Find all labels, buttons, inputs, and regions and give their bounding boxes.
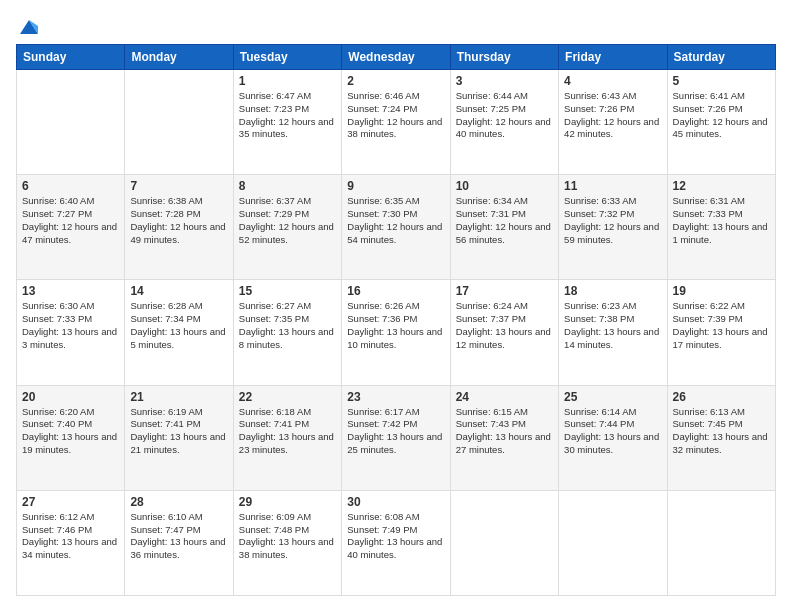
sunrise-text: Sunrise: 6:40 AM [22, 195, 94, 206]
sunset-text: Sunset: 7:26 PM [564, 103, 634, 114]
cell-content: Sunrise: 6:18 AMSunset: 7:41 PMDaylight:… [239, 406, 336, 457]
day-header-monday: Monday [125, 45, 233, 70]
daylight-text: Daylight: 12 hours and 54 minutes. [347, 221, 442, 245]
sunset-text: Sunset: 7:26 PM [673, 103, 743, 114]
sunrise-text: Sunrise: 6:14 AM [564, 406, 636, 417]
calendar-cell [125, 70, 233, 175]
day-number: 13 [22, 284, 119, 298]
calendar-cell: 14Sunrise: 6:28 AMSunset: 7:34 PMDayligh… [125, 280, 233, 385]
calendar-cell: 15Sunrise: 6:27 AMSunset: 7:35 PMDayligh… [233, 280, 341, 385]
calendar-cell: 16Sunrise: 6:26 AMSunset: 7:36 PMDayligh… [342, 280, 450, 385]
sunset-text: Sunset: 7:44 PM [564, 418, 634, 429]
sunrise-text: Sunrise: 6:18 AM [239, 406, 311, 417]
cell-content: Sunrise: 6:38 AMSunset: 7:28 PMDaylight:… [130, 195, 227, 246]
calendar-cell: 27Sunrise: 6:12 AMSunset: 7:46 PMDayligh… [17, 490, 125, 595]
daylight-text: Daylight: 13 hours and 40 minutes. [347, 536, 442, 560]
calendar-week-row: 1Sunrise: 6:47 AMSunset: 7:23 PMDaylight… [17, 70, 776, 175]
calendar-cell: 26Sunrise: 6:13 AMSunset: 7:45 PMDayligh… [667, 385, 775, 490]
calendar-cell: 30Sunrise: 6:08 AMSunset: 7:49 PMDayligh… [342, 490, 450, 595]
calendar-cell [17, 70, 125, 175]
calendar-cell: 22Sunrise: 6:18 AMSunset: 7:41 PMDayligh… [233, 385, 341, 490]
calendar-cell: 17Sunrise: 6:24 AMSunset: 7:37 PMDayligh… [450, 280, 558, 385]
day-number: 5 [673, 74, 770, 88]
daylight-text: Daylight: 13 hours and 23 minutes. [239, 431, 334, 455]
sunrise-text: Sunrise: 6:28 AM [130, 300, 202, 311]
daylight-text: Daylight: 13 hours and 5 minutes. [130, 326, 225, 350]
cell-content: Sunrise: 6:33 AMSunset: 7:32 PMDaylight:… [564, 195, 661, 246]
daylight-text: Daylight: 12 hours and 49 minutes. [130, 221, 225, 245]
sunrise-text: Sunrise: 6:12 AM [22, 511, 94, 522]
day-header-wednesday: Wednesday [342, 45, 450, 70]
day-number: 30 [347, 495, 444, 509]
cell-content: Sunrise: 6:26 AMSunset: 7:36 PMDaylight:… [347, 300, 444, 351]
sunrise-text: Sunrise: 6:08 AM [347, 511, 419, 522]
day-header-saturday: Saturday [667, 45, 775, 70]
cell-content: Sunrise: 6:34 AMSunset: 7:31 PMDaylight:… [456, 195, 553, 246]
cell-content: Sunrise: 6:47 AMSunset: 7:23 PMDaylight:… [239, 90, 336, 141]
calendar-cell: 29Sunrise: 6:09 AMSunset: 7:48 PMDayligh… [233, 490, 341, 595]
sunset-text: Sunset: 7:49 PM [347, 524, 417, 535]
calendar-cell: 19Sunrise: 6:22 AMSunset: 7:39 PMDayligh… [667, 280, 775, 385]
calendar-week-row: 13Sunrise: 6:30 AMSunset: 7:33 PMDayligh… [17, 280, 776, 385]
sunrise-text: Sunrise: 6:19 AM [130, 406, 202, 417]
sunset-text: Sunset: 7:27 PM [22, 208, 92, 219]
day-number: 9 [347, 179, 444, 193]
sunset-text: Sunset: 7:45 PM [673, 418, 743, 429]
calendar-cell: 8Sunrise: 6:37 AMSunset: 7:29 PMDaylight… [233, 175, 341, 280]
sunrise-text: Sunrise: 6:46 AM [347, 90, 419, 101]
day-number: 12 [673, 179, 770, 193]
header [16, 16, 776, 34]
daylight-text: Daylight: 13 hours and 32 minutes. [673, 431, 768, 455]
calendar-week-row: 27Sunrise: 6:12 AMSunset: 7:46 PMDayligh… [17, 490, 776, 595]
day-number: 17 [456, 284, 553, 298]
cell-content: Sunrise: 6:24 AMSunset: 7:37 PMDaylight:… [456, 300, 553, 351]
sunset-text: Sunset: 7:24 PM [347, 103, 417, 114]
day-number: 20 [22, 390, 119, 404]
calendar-cell: 12Sunrise: 6:31 AMSunset: 7:33 PMDayligh… [667, 175, 775, 280]
cell-content: Sunrise: 6:40 AMSunset: 7:27 PMDaylight:… [22, 195, 119, 246]
sunrise-text: Sunrise: 6:43 AM [564, 90, 636, 101]
day-number: 4 [564, 74, 661, 88]
day-number: 24 [456, 390, 553, 404]
daylight-text: Daylight: 12 hours and 52 minutes. [239, 221, 334, 245]
day-header-thursday: Thursday [450, 45, 558, 70]
daylight-text: Daylight: 12 hours and 59 minutes. [564, 221, 659, 245]
daylight-text: Daylight: 13 hours and 38 minutes. [239, 536, 334, 560]
cell-content: Sunrise: 6:41 AMSunset: 7:26 PMDaylight:… [673, 90, 770, 141]
sunrise-text: Sunrise: 6:31 AM [673, 195, 745, 206]
sunset-text: Sunset: 7:41 PM [239, 418, 309, 429]
cell-content: Sunrise: 6:19 AMSunset: 7:41 PMDaylight:… [130, 406, 227, 457]
cell-content: Sunrise: 6:09 AMSunset: 7:48 PMDaylight:… [239, 511, 336, 562]
cell-content: Sunrise: 6:22 AMSunset: 7:39 PMDaylight:… [673, 300, 770, 351]
cell-content: Sunrise: 6:15 AMSunset: 7:43 PMDaylight:… [456, 406, 553, 457]
cell-content: Sunrise: 6:12 AMSunset: 7:46 PMDaylight:… [22, 511, 119, 562]
sunset-text: Sunset: 7:25 PM [456, 103, 526, 114]
cell-content: Sunrise: 6:27 AMSunset: 7:35 PMDaylight:… [239, 300, 336, 351]
calendar-cell: 28Sunrise: 6:10 AMSunset: 7:47 PMDayligh… [125, 490, 233, 595]
daylight-text: Daylight: 12 hours and 45 minutes. [673, 116, 768, 140]
daylight-text: Daylight: 12 hours and 56 minutes. [456, 221, 551, 245]
cell-content: Sunrise: 6:44 AMSunset: 7:25 PMDaylight:… [456, 90, 553, 141]
cell-content: Sunrise: 6:17 AMSunset: 7:42 PMDaylight:… [347, 406, 444, 457]
daylight-text: Daylight: 13 hours and 1 minute. [673, 221, 768, 245]
sunrise-text: Sunrise: 6:38 AM [130, 195, 202, 206]
daylight-text: Daylight: 12 hours and 35 minutes. [239, 116, 334, 140]
sunset-text: Sunset: 7:34 PM [130, 313, 200, 324]
sunset-text: Sunset: 7:35 PM [239, 313, 309, 324]
cell-content: Sunrise: 6:35 AMSunset: 7:30 PMDaylight:… [347, 195, 444, 246]
logo [16, 16, 42, 34]
day-number: 2 [347, 74, 444, 88]
calendar-cell: 24Sunrise: 6:15 AMSunset: 7:43 PMDayligh… [450, 385, 558, 490]
day-number: 19 [673, 284, 770, 298]
daylight-text: Daylight: 13 hours and 14 minutes. [564, 326, 659, 350]
sunrise-text: Sunrise: 6:10 AM [130, 511, 202, 522]
calendar-cell: 2Sunrise: 6:46 AMSunset: 7:24 PMDaylight… [342, 70, 450, 175]
sunset-text: Sunset: 7:42 PM [347, 418, 417, 429]
day-header-tuesday: Tuesday [233, 45, 341, 70]
day-number: 22 [239, 390, 336, 404]
calendar-cell: 13Sunrise: 6:30 AMSunset: 7:33 PMDayligh… [17, 280, 125, 385]
day-number: 14 [130, 284, 227, 298]
cell-content: Sunrise: 6:14 AMSunset: 7:44 PMDaylight:… [564, 406, 661, 457]
sunrise-text: Sunrise: 6:26 AM [347, 300, 419, 311]
sunset-text: Sunset: 7:29 PM [239, 208, 309, 219]
